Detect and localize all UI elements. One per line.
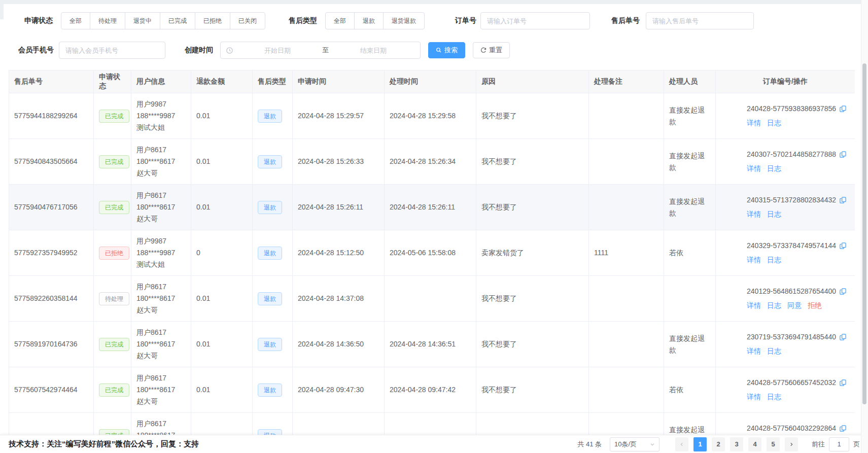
action-link[interactable]: 日志: [767, 393, 781, 401]
order-no: 230719-5373694791485440: [747, 331, 836, 343]
status-option-0[interactable]: 全部: [61, 12, 90, 29]
handler-cell: 直接发起退款: [664, 185, 716, 230]
status-option-4[interactable]: 已拒绝: [195, 12, 230, 29]
status-option-2[interactable]: 退货中: [125, 12, 160, 29]
page-button-2[interactable]: 2: [712, 437, 725, 451]
copy-icon[interactable]: [839, 333, 847, 341]
action-link[interactable]: 详情: [747, 210, 761, 218]
page-button-1[interactable]: 1: [693, 437, 707, 451]
copy-icon[interactable]: [839, 288, 847, 295]
status-badge: 已完成: [99, 201, 129, 214]
after-sale-no-cell: 5775892260358144: [9, 276, 94, 322]
row-actions: 详情日志: [747, 208, 847, 220]
table-row: 已完成 用户8617180****8617赵大哥 退款 直接发起退款 24042…: [9, 413, 855, 435]
remark-cell: [589, 413, 664, 435]
order-no: 240428-5775606657452032: [747, 377, 836, 389]
apply-time-cell: 2024-04-28 14:37:08: [293, 276, 385, 322]
handle-time-cell: [385, 413, 476, 435]
status-option-5[interactable]: 已关闭: [230, 12, 265, 29]
goto-label: 前往: [812, 440, 825, 449]
refund-amount-cell: 0.01: [191, 185, 253, 230]
row-actions: 详情日志: [747, 345, 847, 357]
copy-icon[interactable]: [839, 379, 847, 387]
action-link[interactable]: 详情: [747, 256, 761, 264]
copy-icon[interactable]: [839, 196, 847, 204]
copy-icon[interactable]: [839, 425, 847, 432]
remark-cell: [589, 93, 664, 139]
copy-icon[interactable]: [839, 242, 847, 250]
action-link[interactable]: 拒绝: [808, 301, 822, 309]
page-size-select[interactable]: 10条/页: [610, 437, 659, 451]
row-actions: 详情日志: [747, 163, 847, 175]
status-option-3[interactable]: 已完成: [160, 12, 195, 29]
page-scrollbar-thumb[interactable]: [862, 63, 866, 404]
after-sale-no-cell: [9, 413, 94, 435]
action-link[interactable]: 日志: [767, 164, 781, 172]
apply-time-cell: [293, 413, 385, 435]
row-actions: 详情日志: [747, 254, 847, 266]
reason-cell: 我不想要了: [476, 93, 589, 139]
action-link[interactable]: 详情: [747, 301, 761, 309]
refund-amount-cell: 0.01: [191, 276, 253, 322]
table-header-row: 售后单号申请状态用户信息退款金额售后类型申请时间处理时间原因处理备注处理人员订单…: [9, 71, 855, 93]
status-cell: 已完成: [94, 367, 131, 413]
order-op-cell: 240428-5775604032292864 详情日志: [716, 413, 855, 435]
action-link[interactable]: 日志: [767, 210, 781, 218]
type-badge: 退款: [258, 201, 282, 214]
type-option-1[interactable]: 退款: [354, 12, 384, 29]
after-sale-no-input[interactable]: [646, 12, 754, 29]
reset-button[interactable]: 重置: [473, 42, 510, 58]
action-link[interactable]: 日志: [767, 256, 781, 264]
date-range-picker[interactable]: 至: [220, 42, 421, 59]
action-link[interactable]: 日志: [767, 347, 781, 355]
column-header-2: 用户信息: [131, 71, 191, 93]
page-button-4[interactable]: 4: [748, 437, 761, 451]
type-badge: 退款: [258, 155, 282, 168]
search-button-label: 搜索: [444, 46, 458, 55]
type-option-0[interactable]: 全部: [325, 12, 355, 29]
goto-page-input[interactable]: [829, 437, 849, 451]
action-link[interactable]: 详情: [747, 393, 761, 401]
order-no-input[interactable]: [480, 12, 590, 29]
action-link[interactable]: 日志: [767, 301, 781, 309]
action-link[interactable]: 详情: [747, 164, 761, 172]
handler-cell: 若依: [664, 367, 716, 413]
page-button-3[interactable]: 3: [730, 437, 743, 451]
next-page-button[interactable]: [785, 437, 798, 451]
remark-cell: [589, 322, 664, 367]
apply-time-cell: 2024-04-28 15:29:57: [293, 93, 385, 139]
action-link[interactable]: 详情: [747, 347, 761, 355]
remark-cell: 1111: [589, 230, 664, 276]
user-info-cell: 用户8617180****8617赵大哥: [131, 322, 191, 367]
type-cell: 退款: [253, 367, 293, 413]
status-badge: 已完成: [99, 110, 129, 123]
copy-icon[interactable]: [839, 151, 847, 158]
search-button[interactable]: 搜索: [428, 42, 465, 58]
action-link[interactable]: 详情: [747, 119, 761, 127]
order-op-cell: 230719-5373694791485440 详情日志: [716, 322, 855, 367]
page-button-5[interactable]: 5: [767, 437, 780, 451]
order-op-cell: 240428-5775606657452032 详情日志: [716, 367, 855, 413]
type-badge: 退款: [258, 384, 282, 397]
apply-time-cell: 2024-04-28 09:47:30: [293, 367, 385, 413]
after-sale-table: 售后单号申请状态用户信息退款金额售后类型申请时间处理时间原因处理备注处理人员订单…: [9, 70, 855, 435]
reason-cell: 卖家发错货了: [476, 230, 589, 276]
column-header-8: 处理备注: [589, 71, 664, 93]
type-option-2[interactable]: 退货退款: [383, 12, 425, 29]
end-date-input[interactable]: [332, 47, 415, 54]
status-option-1[interactable]: 待处理: [90, 12, 125, 29]
status-cell: 已完成: [94, 185, 131, 230]
handler-cell: 直接发起退款: [664, 139, 716, 185]
action-link[interactable]: 同意: [787, 301, 802, 309]
member-phone-input[interactable]: [59, 42, 165, 59]
action-link[interactable]: 日志: [767, 119, 781, 127]
type-cell: 退款: [253, 276, 293, 322]
status-badge: 已完成: [99, 384, 129, 397]
copy-icon[interactable]: [839, 105, 847, 113]
user-info-cell: 用户8617180****8617赵大哥: [131, 185, 191, 230]
start-date-input[interactable]: [236, 47, 319, 54]
type-cell: 退款: [253, 185, 293, 230]
create-time-label: 创建时间: [185, 46, 213, 55]
prev-page-button[interactable]: [675, 437, 688, 451]
refund-amount-cell: 0.01: [191, 139, 253, 185]
